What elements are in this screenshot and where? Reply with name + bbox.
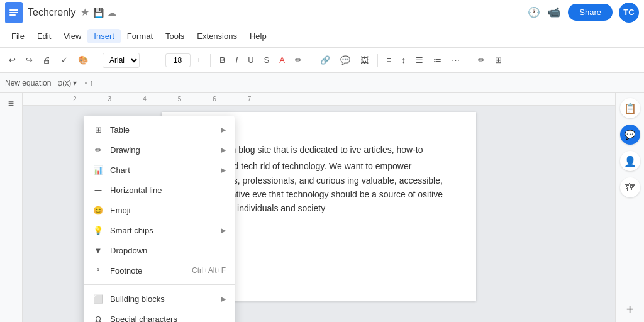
menu-format[interactable]: Format [121, 29, 159, 43]
font-size-increase[interactable]: + [193, 53, 206, 67]
history-icon[interactable]: 🕐 [528, 6, 540, 18]
table-icon: ⊞ [92, 124, 104, 135]
image-button[interactable]: 🖼 [357, 53, 372, 67]
special-chars-label: Special characters [110, 314, 226, 323]
add-icon[interactable]: + [626, 303, 634, 317]
print-button[interactable]: 🖨 [39, 53, 55, 67]
emoji-label: Emoji [110, 206, 226, 215]
divider1 [84, 284, 235, 285]
linespacing-button[interactable]: ↕ [398, 53, 410, 67]
table-label: Table [110, 125, 221, 135]
equation-bar: New equation φ(x) ▾ ◦ ↑ [0, 73, 644, 93]
footnote-shortcut: Ctrl+Alt+F [192, 266, 226, 275]
more-options-button[interactable]: ⋯ [448, 53, 464, 67]
eq-value[interactable]: ◦ ↑ [85, 79, 94, 87]
bold-button[interactable]: B [216, 53, 229, 67]
drawing-label: Drawing [110, 145, 221, 155]
toolbar-divider [311, 54, 311, 67]
menu-extensions[interactable]: Extensions [191, 29, 243, 43]
logo-line [9, 9, 18, 11]
menu-item-horizontal-line[interactable]: — Horizontal line [84, 180, 235, 200]
share-button[interactable]: Share [568, 4, 613, 21]
right-sidebar: 📋 💬 👤 🗺 + [615, 93, 644, 322]
docs-panel-icon[interactable]: 📋 [620, 98, 640, 118]
menu-item-smart-chips[interactable]: 💡 Smart chips ▶ [84, 220, 235, 240]
menu-item-drawing[interactable]: ✏ Drawing ▶ [84, 140, 235, 160]
italic-button[interactable]: I [232, 53, 242, 67]
footnote-label: Footnote [110, 266, 192, 275]
hline-label: Horizontal line [110, 186, 226, 195]
toolbar-divider [97, 54, 97, 67]
list-button[interactable]: ☰ [412, 53, 427, 67]
people-icon[interactable]: 👤 [620, 151, 640, 171]
blocks-arrow: ▶ [221, 295, 226, 303]
expand-button[interactable]: ⊞ [491, 53, 506, 67]
menu-tools[interactable]: Tools [159, 29, 191, 43]
chips-label: Smart chips [110, 226, 221, 235]
logo-lines [9, 9, 18, 16]
chips-arrow: ▶ [221, 226, 226, 235]
emoji-icon: 😊 [92, 204, 104, 216]
logo-line [9, 12, 18, 13]
title-bar: Techcrenly ★ 💾 ☁ 🕐 📹 Share TC [0, 0, 644, 25]
eq-dropdown[interactable]: φ(x) ▾ [57, 79, 77, 87]
menu-item-chart[interactable]: 📊 Chart ▶ [84, 160, 235, 180]
star-icon[interactable]: ★ [80, 6, 89, 18]
table-arrow: ▶ [221, 126, 226, 134]
menu-file[interactable]: File [5, 29, 31, 43]
chart-arrow: ▶ [221, 166, 226, 174]
comment-button[interactable]: 💬 [336, 53, 354, 67]
blocks-icon: ⬜ [92, 293, 104, 304]
paint-button[interactable]: 🎨 [74, 53, 92, 67]
chart-icon: 📊 [92, 164, 104, 175]
dropdown-label: Dropdown [110, 246, 226, 255]
align-button[interactable]: ≡ [383, 53, 396, 67]
menu-edit[interactable]: Edit [31, 29, 57, 43]
outline-icon[interactable]: ≡ [8, 98, 14, 109]
chart-label: Chart [110, 165, 221, 175]
font-selector[interactable]: Arial [103, 53, 140, 68]
ruler: 2 3 4 5 6 7 [23, 93, 615, 106]
numbered-list-button[interactable]: ≔ [430, 53, 445, 67]
toolbar: ↩ ↪ 🖨 ✓ 🎨 Arial − + B I U S A ✏ 🔗 💬 🖼 ≡ … [0, 48, 644, 73]
insert-dropdown-menu: ⊞ Table ▶ ✏ Drawing ▶ 📊 Chart ▶ — Horizo… [84, 116, 235, 322]
menu-insert[interactable]: Insert [87, 29, 121, 43]
cloud-icon[interactable]: ☁ [108, 8, 116, 18]
hline-icon: — [92, 184, 104, 196]
meet-icon[interactable]: 📹 [548, 6, 560, 18]
menu-item-special-chars[interactable]: Ω Special characters [84, 309, 235, 322]
avatar[interactable]: TC [619, 3, 639, 23]
eq-label: New equation [5, 79, 51, 87]
menu-view[interactable]: View [57, 29, 87, 43]
menu-help[interactable]: Help [243, 29, 273, 43]
font-size-decrease[interactable]: − [150, 53, 163, 67]
app-logo [5, 2, 23, 23]
text-color-button[interactable]: A [275, 53, 289, 67]
toolbar-divider [377, 54, 378, 67]
maps-icon[interactable]: 🗺 [620, 177, 640, 197]
spellcheck-button[interactable]: ✓ [57, 53, 72, 67]
menu-item-building-blocks[interactable]: ⬜ Building blocks ▶ [84, 289, 235, 309]
undo-button[interactable]: ↩ [5, 53, 19, 67]
chat-icon[interactable]: 💬 [620, 125, 640, 145]
dropdown-icon: ▼ [92, 245, 104, 256]
link-button[interactable]: 🔗 [316, 53, 334, 67]
chips-icon: 💡 [92, 225, 104, 236]
toolbar-divider [145, 54, 145, 67]
underline-button[interactable]: U [244, 53, 257, 67]
menu-item-footnote[interactable]: ¹ Footnote Ctrl+Alt+F [84, 260, 235, 280]
app-title: Techcrenly [28, 7, 75, 18]
highlight-button[interactable]: ✏ [291, 53, 306, 67]
font-size-input[interactable] [165, 53, 191, 67]
logo-line [9, 14, 16, 16]
menu-item-emoji[interactable]: 😊 Emoji [84, 200, 235, 220]
menu-item-table[interactable]: ⊞ Table ▶ [84, 119, 235, 140]
blocks-label: Building blocks [110, 294, 221, 304]
strikethrough-button[interactable]: S [260, 53, 274, 67]
menu-bar: File Edit View Insert Format Tools Exten… [0, 25, 644, 48]
menu-item-dropdown[interactable]: ▼ Dropdown [84, 240, 235, 260]
save-icon[interactable]: 💾 [93, 8, 104, 18]
toolbar-divider [210, 54, 211, 67]
mode-button[interactable]: ✏ [474, 53, 489, 67]
redo-button[interactable]: ↪ [22, 53, 36, 67]
